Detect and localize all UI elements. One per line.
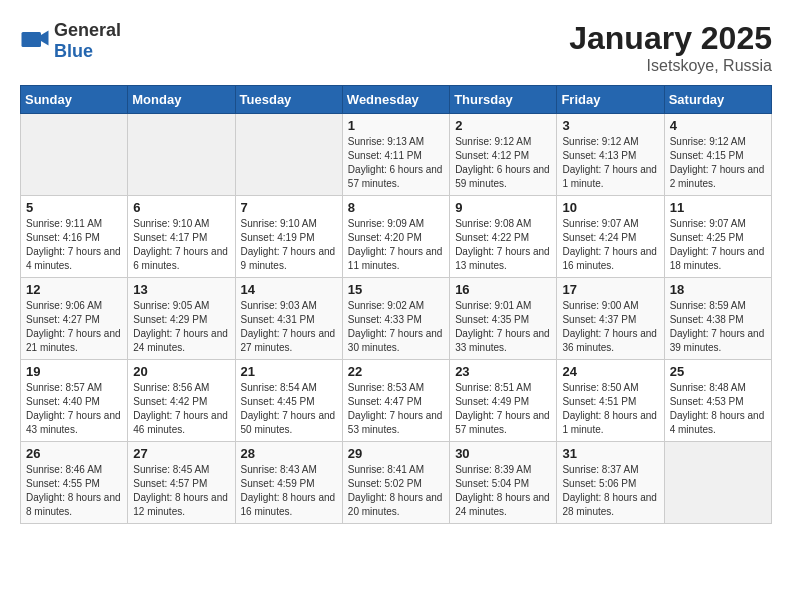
- day-of-week-header: Monday: [128, 86, 235, 114]
- day-info: Sunrise: 9:03 AM Sunset: 4:31 PM Dayligh…: [241, 299, 337, 355]
- day-of-week-header: Wednesday: [342, 86, 449, 114]
- day-number: 9: [455, 200, 551, 215]
- day-number: 27: [133, 446, 229, 461]
- day-info: Sunrise: 8:59 AM Sunset: 4:38 PM Dayligh…: [670, 299, 766, 355]
- day-of-week-header: Thursday: [450, 86, 557, 114]
- day-number: 19: [26, 364, 122, 379]
- calendar-cell: 27Sunrise: 8:45 AM Sunset: 4:57 PM Dayli…: [128, 442, 235, 524]
- day-number: 22: [348, 364, 444, 379]
- day-info: Sunrise: 9:05 AM Sunset: 4:29 PM Dayligh…: [133, 299, 229, 355]
- day-number: 17: [562, 282, 658, 297]
- day-info: Sunrise: 8:43 AM Sunset: 4:59 PM Dayligh…: [241, 463, 337, 519]
- day-info: Sunrise: 9:12 AM Sunset: 4:15 PM Dayligh…: [670, 135, 766, 191]
- day-of-week-header: Sunday: [21, 86, 128, 114]
- day-number: 8: [348, 200, 444, 215]
- calendar-cell: 6Sunrise: 9:10 AM Sunset: 4:17 PM Daylig…: [128, 196, 235, 278]
- calendar-header-row: SundayMondayTuesdayWednesdayThursdayFrid…: [21, 86, 772, 114]
- calendar-week-row: 19Sunrise: 8:57 AM Sunset: 4:40 PM Dayli…: [21, 360, 772, 442]
- day-of-week-header: Saturday: [664, 86, 771, 114]
- day-info: Sunrise: 9:07 AM Sunset: 4:25 PM Dayligh…: [670, 217, 766, 273]
- svg-rect-0: [22, 32, 42, 47]
- title-block: January 2025 Isetskoye, Russia: [569, 20, 772, 75]
- calendar-cell: 15Sunrise: 9:02 AM Sunset: 4:33 PM Dayli…: [342, 278, 449, 360]
- calendar-cell: 23Sunrise: 8:51 AM Sunset: 4:49 PM Dayli…: [450, 360, 557, 442]
- calendar-cell: 9Sunrise: 9:08 AM Sunset: 4:22 PM Daylig…: [450, 196, 557, 278]
- calendar-cell: 29Sunrise: 8:41 AM Sunset: 5:02 PM Dayli…: [342, 442, 449, 524]
- day-number: 20: [133, 364, 229, 379]
- day-info: Sunrise: 9:09 AM Sunset: 4:20 PM Dayligh…: [348, 217, 444, 273]
- day-info: Sunrise: 8:39 AM Sunset: 5:04 PM Dayligh…: [455, 463, 551, 519]
- day-info: Sunrise: 9:10 AM Sunset: 4:19 PM Dayligh…: [241, 217, 337, 273]
- calendar-cell: [235, 114, 342, 196]
- calendar-cell: 20Sunrise: 8:56 AM Sunset: 4:42 PM Dayli…: [128, 360, 235, 442]
- calendar-cell: [21, 114, 128, 196]
- calendar-cell: 21Sunrise: 8:54 AM Sunset: 4:45 PM Dayli…: [235, 360, 342, 442]
- day-info: Sunrise: 8:48 AM Sunset: 4:53 PM Dayligh…: [670, 381, 766, 437]
- calendar-week-row: 26Sunrise: 8:46 AM Sunset: 4:55 PM Dayli…: [21, 442, 772, 524]
- calendar-cell: 22Sunrise: 8:53 AM Sunset: 4:47 PM Dayli…: [342, 360, 449, 442]
- calendar-cell: 26Sunrise: 8:46 AM Sunset: 4:55 PM Dayli…: [21, 442, 128, 524]
- day-info: Sunrise: 8:45 AM Sunset: 4:57 PM Dayligh…: [133, 463, 229, 519]
- calendar-week-row: 5Sunrise: 9:11 AM Sunset: 4:16 PM Daylig…: [21, 196, 772, 278]
- logo: General Blue: [20, 20, 121, 62]
- day-info: Sunrise: 9:08 AM Sunset: 4:22 PM Dayligh…: [455, 217, 551, 273]
- calendar-cell: 30Sunrise: 8:39 AM Sunset: 5:04 PM Dayli…: [450, 442, 557, 524]
- page-header: General Blue January 2025 Isetskoye, Rus…: [20, 20, 772, 75]
- calendar-cell: 28Sunrise: 8:43 AM Sunset: 4:59 PM Dayli…: [235, 442, 342, 524]
- calendar-cell: 24Sunrise: 8:50 AM Sunset: 4:51 PM Dayli…: [557, 360, 664, 442]
- logo-general-text: General: [54, 20, 121, 40]
- day-info: Sunrise: 8:56 AM Sunset: 4:42 PM Dayligh…: [133, 381, 229, 437]
- day-info: Sunrise: 8:46 AM Sunset: 4:55 PM Dayligh…: [26, 463, 122, 519]
- day-of-week-header: Friday: [557, 86, 664, 114]
- day-number: 30: [455, 446, 551, 461]
- calendar-cell: [664, 442, 771, 524]
- day-number: 16: [455, 282, 551, 297]
- calendar-cell: 5Sunrise: 9:11 AM Sunset: 4:16 PM Daylig…: [21, 196, 128, 278]
- day-info: Sunrise: 9:12 AM Sunset: 4:13 PM Dayligh…: [562, 135, 658, 191]
- day-number: 31: [562, 446, 658, 461]
- calendar-cell: 17Sunrise: 9:00 AM Sunset: 4:37 PM Dayli…: [557, 278, 664, 360]
- calendar-cell: 11Sunrise: 9:07 AM Sunset: 4:25 PM Dayli…: [664, 196, 771, 278]
- calendar-cell: 19Sunrise: 8:57 AM Sunset: 4:40 PM Dayli…: [21, 360, 128, 442]
- day-number: 29: [348, 446, 444, 461]
- day-info: Sunrise: 9:07 AM Sunset: 4:24 PM Dayligh…: [562, 217, 658, 273]
- calendar-cell: 31Sunrise: 8:37 AM Sunset: 5:06 PM Dayli…: [557, 442, 664, 524]
- day-number: 10: [562, 200, 658, 215]
- day-number: 2: [455, 118, 551, 133]
- day-number: 6: [133, 200, 229, 215]
- day-number: 4: [670, 118, 766, 133]
- day-info: Sunrise: 8:41 AM Sunset: 5:02 PM Dayligh…: [348, 463, 444, 519]
- day-number: 1: [348, 118, 444, 133]
- calendar-cell: 25Sunrise: 8:48 AM Sunset: 4:53 PM Dayli…: [664, 360, 771, 442]
- day-number: 24: [562, 364, 658, 379]
- calendar-cell: 13Sunrise: 9:05 AM Sunset: 4:29 PM Dayli…: [128, 278, 235, 360]
- calendar-week-row: 1Sunrise: 9:13 AM Sunset: 4:11 PM Daylig…: [21, 114, 772, 196]
- day-info: Sunrise: 8:54 AM Sunset: 4:45 PM Dayligh…: [241, 381, 337, 437]
- day-info: Sunrise: 9:13 AM Sunset: 4:11 PM Dayligh…: [348, 135, 444, 191]
- day-info: Sunrise: 9:00 AM Sunset: 4:37 PM Dayligh…: [562, 299, 658, 355]
- day-number: 13: [133, 282, 229, 297]
- logo-icon: [20, 26, 50, 56]
- day-number: 25: [670, 364, 766, 379]
- calendar-cell: 8Sunrise: 9:09 AM Sunset: 4:20 PM Daylig…: [342, 196, 449, 278]
- calendar-cell: 4Sunrise: 9:12 AM Sunset: 4:15 PM Daylig…: [664, 114, 771, 196]
- calendar-cell: [128, 114, 235, 196]
- day-number: 3: [562, 118, 658, 133]
- day-number: 21: [241, 364, 337, 379]
- day-number: 11: [670, 200, 766, 215]
- day-number: 5: [26, 200, 122, 215]
- calendar-cell: 1Sunrise: 9:13 AM Sunset: 4:11 PM Daylig…: [342, 114, 449, 196]
- day-number: 18: [670, 282, 766, 297]
- calendar-cell: 12Sunrise: 9:06 AM Sunset: 4:27 PM Dayli…: [21, 278, 128, 360]
- day-info: Sunrise: 8:57 AM Sunset: 4:40 PM Dayligh…: [26, 381, 122, 437]
- month-title: January 2025: [569, 20, 772, 57]
- day-info: Sunrise: 9:10 AM Sunset: 4:17 PM Dayligh…: [133, 217, 229, 273]
- location-title: Isetskoye, Russia: [569, 57, 772, 75]
- day-info: Sunrise: 8:50 AM Sunset: 4:51 PM Dayligh…: [562, 381, 658, 437]
- calendar-cell: 10Sunrise: 9:07 AM Sunset: 4:24 PM Dayli…: [557, 196, 664, 278]
- day-info: Sunrise: 9:02 AM Sunset: 4:33 PM Dayligh…: [348, 299, 444, 355]
- day-info: Sunrise: 8:51 AM Sunset: 4:49 PM Dayligh…: [455, 381, 551, 437]
- calendar-cell: 2Sunrise: 9:12 AM Sunset: 4:12 PM Daylig…: [450, 114, 557, 196]
- day-number: 26: [26, 446, 122, 461]
- day-info: Sunrise: 9:11 AM Sunset: 4:16 PM Dayligh…: [26, 217, 122, 273]
